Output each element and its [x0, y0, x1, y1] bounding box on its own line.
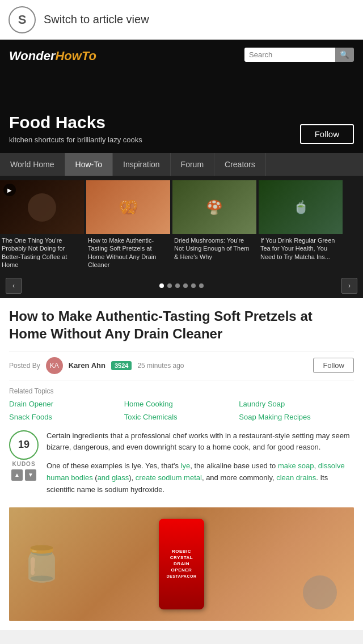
topic-link[interactable]: Toxic Chemicals — [124, 412, 239, 422]
thumbnail-item[interactable]: 🥨 How to Make Authentic-Tasting Soft Pre… — [86, 180, 170, 271]
thumbnail-item[interactable]: ▶ The One Thing You're Probably Not Doin… — [0, 180, 84, 271]
carousel-controls: ‹ › — [0, 276, 363, 298]
tab-world-home[interactable]: World Home — [0, 153, 65, 176]
kudos-arrows: ▲ ▼ — [9, 469, 39, 481]
carousel-dot-4[interactable] — [183, 283, 188, 288]
article-paragraph-1: Certain ingredients that a professional … — [47, 430, 354, 454]
search-input[interactable] — [244, 48, 335, 62]
thumbnails-section: ▶ The One Thing You're Probably Not Doin… — [0, 176, 363, 298]
author-avatar: KA — [46, 357, 63, 374]
kudos-count: 19 — [9, 430, 39, 460]
tab-creators[interactable]: Creators — [214, 153, 266, 176]
site-logo[interactable]: WonderHowTo — [9, 49, 96, 63]
kudos-widget: 19 KUDOS ▲ ▼ — [9, 430, 39, 481]
topic-link[interactable]: Laundry Soap — [239, 399, 354, 409]
lye-link[interactable]: lye — [181, 461, 191, 470]
hero-section: WonderHowTo 🔍 Food Hacks kitchen shortcu… — [0, 40, 363, 153]
thumb-title: The One Thing You're Probably Not Doing … — [0, 234, 84, 271]
author-name[interactable]: Karen Ahn — [69, 361, 105, 370]
article-section: How to Make Authentic-Tasting Soft Pretz… — [0, 298, 363, 629]
carousel-dots — [159, 283, 204, 288]
glass-link[interactable]: and glass — [98, 473, 129, 482]
posted-by-label: Posted By — [9, 362, 40, 370]
carousel-next-button[interactable]: › — [341, 278, 357, 294]
author-kudos-badge: 3524 — [111, 361, 132, 370]
kudos-down-button[interactable]: ▼ — [25, 469, 36, 481]
kudos-label: KUDOS — [9, 461, 39, 467]
article-image: 🫙 ROEBICCRYSTAL DRAINOPENERDESTAPACOR — [9, 507, 354, 621]
carousel-dot-3[interactable] — [175, 283, 180, 288]
carousel-prev-button[interactable]: ‹ — [6, 278, 22, 294]
hero-follow-button[interactable]: Follow — [300, 124, 354, 144]
search-button[interactable]: 🔍 — [335, 48, 354, 62]
author-bar: Posted By KA Karen Ahn 3524 25 minutes a… — [9, 351, 354, 380]
thumbnail-item[interactable]: 🍵 If You Drink Regular Green Tea for You… — [259, 180, 343, 271]
make-soap-link[interactable]: make soap — [278, 461, 314, 470]
carousel-dot-2[interactable] — [167, 283, 172, 288]
kudos-up-button[interactable]: ▲ — [11, 469, 23, 481]
thumbnail-item[interactable]: 🍄 Dried Mushrooms: You're Not Using Enou… — [172, 180, 256, 271]
topic-link[interactable]: Snack Foods — [9, 412, 124, 422]
topic-link[interactable]: Soap Making Recipes — [239, 412, 354, 422]
tab-inspiration[interactable]: Inspiration — [113, 153, 171, 176]
carousel-dot-1[interactable] — [159, 283, 164, 288]
article-title: How to Make Authentic-Tasting Soft Pretz… — [9, 307, 354, 342]
article-body: Certain ingredients that a professional … — [47, 430, 354, 503]
related-topics-label: Related Topics — [9, 387, 354, 395]
related-topics: Related Topics Drain Opener Home Cooking… — [9, 387, 354, 422]
drain-opener-product: ROEBICCRYSTAL DRAINOPENERDESTAPACOR — [159, 519, 204, 609]
top-bar: S Switch to article view — [0, 0, 363, 40]
thumb-title: How to Make Authentic-Tasting Soft Pretz… — [86, 234, 170, 271]
topic-link[interactable]: Home Cooking — [124, 399, 239, 409]
article-body-container: 19 KUDOS ▲ ▼ Certain ingredients that a … — [9, 430, 354, 503]
tab-how-to[interactable]: How-To — [65, 153, 113, 176]
topic-link[interactable]: Drain Opener — [9, 399, 124, 409]
tab-forum[interactable]: Forum — [171, 153, 214, 176]
carousel-dot-5[interactable] — [191, 283, 196, 288]
article-paragraph-2: One of these examples is lye. Yes, that'… — [47, 460, 354, 495]
app-icon[interactable]: S — [9, 6, 36, 33]
sodium-link[interactable]: create sodium metal — [136, 473, 202, 482]
switch-view-label[interactable]: Switch to article view — [44, 13, 149, 26]
clean-drains-link[interactable]: clean drains — [276, 473, 316, 482]
play-icon: ▶ — [3, 184, 16, 196]
topics-grid: Drain Opener Home Cooking Laundry Soap S… — [9, 399, 354, 422]
thumb-title: Dried Mushrooms: You're Not Using Enough… — [172, 234, 256, 263]
nav-tabs: World Home How-To Inspiration Forum Crea… — [0, 153, 363, 176]
thumbnails-row: ▶ The One Thing You're Probably Not Doin… — [0, 180, 363, 276]
thumb-title: If You Drink Regular Green Tea for Your … — [259, 234, 343, 263]
author-follow-button[interactable]: Follow — [313, 358, 354, 373]
search-bar: 🔍 — [244, 48, 354, 62]
article-timestamp: 25 minutes ago — [137, 362, 307, 370]
carousel-dot-6[interactable] — [199, 283, 204, 288]
